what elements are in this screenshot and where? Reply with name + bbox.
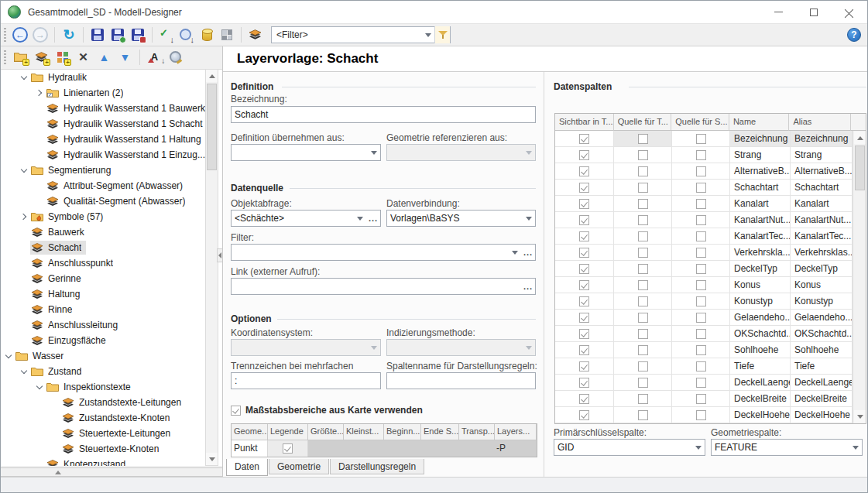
name-cell[interactable]: Strang <box>730 147 791 163</box>
spaltenname-input[interactable] <box>387 373 535 389</box>
source-text-checkbox[interactable] <box>638 394 648 404</box>
trennzeichen-input[interactable] <box>232 373 380 389</box>
tree-item[interactable]: Hydraulik Wasserstand 1 Haltung <box>1 132 222 147</box>
source-text-checkbox-cell[interactable] <box>614 196 672 211</box>
visible-checkbox[interactable] <box>579 313 589 323</box>
column-header[interactable]: Layers... <box>495 424 537 440</box>
tree-item[interactable]: Qualität-Segment (Abwasser) <box>1 193 222 209</box>
name-cell[interactable]: Tiefe <box>730 358 791 374</box>
table-row[interactable]: DeckelBreiteDeckelBreite <box>555 391 866 407</box>
visible-checkbox-cell[interactable] <box>555 342 614 358</box>
table-row[interactable]: AlternativeB...AlternativeB... <box>555 163 866 180</box>
geometry-column-combobox[interactable]: FEATURE <box>711 439 863 456</box>
back-button[interactable]: ← <box>10 26 30 44</box>
import-button[interactable] <box>177 26 197 44</box>
alias-cell[interactable]: KanalartTec... <box>791 228 853 244</box>
visible-checkbox[interactable] <box>579 231 589 241</box>
chevron-down-icon[interactable] <box>18 71 30 84</box>
tree-item[interactable]: Segmentierung <box>1 163 222 178</box>
scroll-down-button[interactable] <box>854 410 866 423</box>
source-text-checkbox[interactable] <box>638 231 648 241</box>
alias-cell[interactable]: Tiefe <box>791 358 853 374</box>
add-folder-button[interactable]: + <box>10 48 31 67</box>
visible-checkbox-cell[interactable] <box>555 212 614 228</box>
source-text-checkbox-cell[interactable] <box>614 245 672 260</box>
column-header[interactable]: Alias <box>789 114 851 131</box>
source-style-checkbox-cell[interactable] <box>672 212 730 228</box>
font-style-button[interactable]: A <box>144 48 165 67</box>
source-text-checkbox[interactable] <box>638 248 648 258</box>
name-cell[interactable]: Konus <box>730 277 791 293</box>
name-cell[interactable]: AlternativeB... <box>730 163 791 179</box>
scale-table-row[interactable]: Punkt-P <box>232 440 537 457</box>
tree-item[interactable]: Zustandstexte-Knoten <box>1 410 222 426</box>
scroll-up-button[interactable] <box>854 132 866 144</box>
name-cell[interactable]: DeckelTyp <box>730 261 791 276</box>
link-input[interactable] <box>232 279 521 294</box>
tree-item[interactable]: Knotenzustand <box>1 457 222 466</box>
source-text-checkbox[interactable] <box>638 361 648 371</box>
chevron-down-icon[interactable] <box>18 365 30 378</box>
column-header[interactable]: Legende <box>268 424 308 440</box>
name-cell[interactable]: Sohlhoehe <box>730 342 791 358</box>
source-style-checkbox[interactable] <box>696 166 706 176</box>
name-cell[interactable]: OKSchachtd... <box>730 326 791 341</box>
tree-item[interactable]: Haltung <box>1 286 222 302</box>
source-style-checkbox-cell[interactable] <box>672 163 730 179</box>
visible-checkbox[interactable] <box>579 134 589 144</box>
source-text-checkbox-cell[interactable] <box>614 326 672 341</box>
tree-item[interactable]: Bauwerk <box>1 224 222 240</box>
close-button[interactable] <box>832 1 867 23</box>
alias-cell[interactable]: DeckelBreite <box>791 391 853 406</box>
chevron-down-icon[interactable] <box>18 164 30 176</box>
tree-item[interactable]: Linienarten (2) <box>1 85 222 101</box>
tree-item[interactable]: Anschlusspunkt <box>1 255 222 271</box>
source-text-checkbox-cell[interactable] <box>614 391 672 406</box>
source-text-checkbox-cell[interactable] <box>614 342 672 358</box>
source-text-checkbox-cell[interactable] <box>614 375 672 390</box>
visible-checkbox-cell[interactable] <box>555 163 614 179</box>
dropdown-arrow-icon[interactable] <box>354 211 366 226</box>
column-header[interactable]: Ende S... <box>421 424 459 440</box>
source-style-checkbox[interactable] <box>696 134 706 144</box>
dropdown-arrow-icon[interactable] <box>368 145 380 160</box>
tree-item[interactable]: Steuertexte-Leitungen <box>1 426 222 441</box>
column-header[interactable]: Geome... <box>232 424 268 440</box>
source-text-checkbox-cell[interactable] <box>614 228 672 244</box>
tab-geometrie[interactable]: Geometrie <box>269 459 329 474</box>
primary-key-combobox[interactable]: GID <box>554 439 705 456</box>
source-style-checkbox-cell[interactable] <box>672 245 730 260</box>
visible-checkbox[interactable] <box>579 264 589 274</box>
source-text-checkbox-cell[interactable] <box>614 147 672 163</box>
tab-darstellungsregeln[interactable]: Darstellungsregeln <box>330 459 424 474</box>
source-text-checkbox-cell[interactable] <box>614 163 672 179</box>
visible-checkbox[interactable] <box>579 296 589 306</box>
scroll-down-button[interactable] <box>206 453 218 465</box>
column-header[interactable]: Name <box>729 114 790 131</box>
alias-cell[interactable]: Konustyp <box>791 293 853 309</box>
source-style-checkbox[interactable] <box>696 264 706 274</box>
filter-dropdown-arrow-icon[interactable] <box>422 27 434 43</box>
source-style-checkbox-cell[interactable] <box>672 310 730 325</box>
delete-button[interactable]: ✕ <box>73 48 94 67</box>
source-text-checkbox[interactable] <box>638 410 648 420</box>
source-style-checkbox-cell[interactable] <box>672 293 730 309</box>
tree-item[interactable]: Inspektionstexte <box>1 379 222 395</box>
source-style-checkbox-cell[interactable] <box>672 228 730 244</box>
tree-item[interactable]: Zustandstexte-Leitungen <box>1 395 222 410</box>
source-style-checkbox-cell[interactable] <box>672 131 730 146</box>
dropdown-arrow-icon[interactable] <box>509 245 521 260</box>
referenzieren-combobox[interactable] <box>386 144 536 161</box>
toolbar-grip[interactable] <box>4 28 6 42</box>
apply-check-button[interactable] <box>156 26 177 44</box>
source-style-checkbox-cell[interactable] <box>672 261 730 276</box>
source-text-checkbox-cell[interactable] <box>614 358 672 374</box>
name-cell[interactable]: DeckelHoehe <box>730 407 791 423</box>
table-row[interactable]: SohlhoeheSohlhoehe <box>555 342 866 358</box>
table-row[interactable]: Gelaendeho...Gelaendeho... <box>555 310 866 326</box>
column-header[interactable]: Quelle für S... <box>671 114 729 131</box>
minimize-button[interactable] <box>760 1 796 23</box>
dropdown-arrow-icon[interactable] <box>692 440 705 455</box>
datenspalten-scrollbar[interactable] <box>853 131 866 423</box>
source-style-checkbox-cell[interactable] <box>672 147 730 163</box>
